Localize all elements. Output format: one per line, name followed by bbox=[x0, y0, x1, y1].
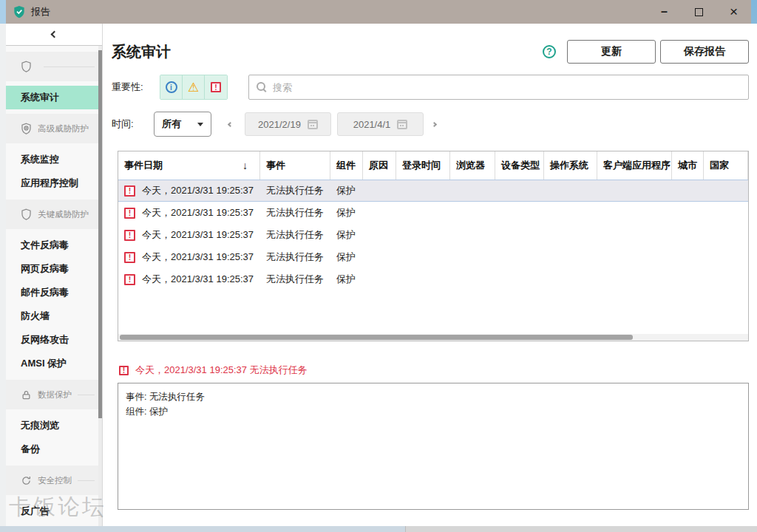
date-from-field[interactable]: 2021/2/19 bbox=[245, 112, 331, 136]
table-row[interactable]: ! 今天，2021/3/31 19:25:37 无法执行任务 保护 bbox=[118, 246, 748, 268]
time-range-value: 所有 bbox=[162, 117, 181, 131]
column-header-login-time[interactable]: 登录时间 bbox=[396, 151, 450, 180]
sidebar-section-label: 关键威胁防护 bbox=[38, 209, 89, 220]
sidebar-item-amsi-protection[interactable]: AMSI 保护 bbox=[6, 352, 102, 375]
sidebar-item-private-browsing[interactable]: 无痕浏览 bbox=[6, 414, 102, 437]
sidebar-item-firewall[interactable]: 防火墙 bbox=[6, 304, 102, 328]
column-label: 组件 bbox=[336, 159, 356, 172]
sidebar-item-system-audit[interactable]: 系统审计 bbox=[6, 86, 102, 109]
date-to-value: 2021/4/1 bbox=[353, 119, 391, 130]
sidebar-item-label: 备份 bbox=[21, 443, 40, 456]
column-header-component[interactable]: 组件 bbox=[330, 151, 363, 180]
refresh-icon bbox=[21, 475, 32, 486]
column-header-event-date[interactable]: 事件日期 ↓ bbox=[118, 151, 260, 180]
sidebar-item-anti-spam[interactable]: 反垃圾邮件 bbox=[6, 523, 102, 526]
app-shield-icon bbox=[13, 5, 25, 18]
severity-filter-critical[interactable]: ! bbox=[205, 75, 227, 99]
sidebar-collapse-button[interactable] bbox=[6, 24, 102, 46]
maximize-icon bbox=[695, 8, 703, 16]
event-cell: 无法执行任务 bbox=[260, 206, 330, 219]
column-header-city[interactable]: 城市 bbox=[672, 151, 704, 180]
sidebar-item-label: 应用程序控制 bbox=[21, 177, 78, 190]
event-date-cell: ! 今天，2021/3/31 19:25:37 bbox=[118, 228, 260, 242]
critical-icon: ! bbox=[124, 252, 135, 263]
search-input[interactable] bbox=[273, 82, 741, 93]
table-row[interactable]: ! 今天，2021/3/31 19:25:37 无法执行任务 保护 bbox=[118, 202, 748, 224]
sidebar-item-network-attack-blocker[interactable]: 反网络攻击 bbox=[6, 328, 102, 352]
section-divider bbox=[44, 66, 95, 67]
column-header-device-type[interactable]: 设备类型 bbox=[495, 151, 544, 180]
column-label: 浏览器 bbox=[456, 159, 485, 172]
minimize-button[interactable]: – bbox=[647, 0, 682, 24]
column-label: 客户端应用程序 bbox=[603, 159, 671, 172]
critical-icon: ! bbox=[124, 274, 135, 285]
component-cell: 保护 bbox=[330, 184, 363, 197]
table-row[interactable]: ! 今天，2021/3/31 19:25:37 无法执行任务 保护 bbox=[118, 268, 748, 290]
sidebar-section-security-controls: 安全控制 bbox=[6, 466, 102, 495]
titlebar[interactable]: 报告 – × bbox=[6, 0, 751, 24]
maximize-button[interactable] bbox=[682, 0, 716, 24]
critical-icon: ! bbox=[119, 366, 129, 375]
critical-icon: ! bbox=[124, 230, 135, 241]
sidebar-item-web-antivirus[interactable]: 网页反病毒 bbox=[6, 257, 102, 281]
sidebar-item-backup[interactable]: 备份 bbox=[6, 437, 102, 461]
close-button[interactable]: × bbox=[716, 0, 751, 24]
sidebar-section-data-protection: 数据保护 bbox=[6, 380, 102, 409]
horizontal-scrollbar[interactable] bbox=[118, 334, 748, 341]
sidebar-section-advanced-threat-protection: 高级威胁防护 bbox=[6, 114, 102, 143]
sidebar-item-label: AMSI 保护 bbox=[21, 357, 67, 370]
detail-summary-text: 今天，2021/3/31 19:25:37 无法执行任务 bbox=[135, 364, 308, 377]
sidebar-item-file-antivirus[interactable]: 文件反病毒 bbox=[6, 233, 102, 257]
detail-panel: 事件: 无法执行任务 组件: 保护 bbox=[118, 383, 749, 510]
detail-line: 事件: 无法执行任务 bbox=[126, 389, 741, 404]
severity-filter-info[interactable]: i bbox=[160, 75, 183, 99]
column-header-browser[interactable]: 浏览器 bbox=[450, 151, 495, 180]
save-report-button[interactable]: 保存报告 bbox=[660, 40, 749, 64]
component-text: 保护 bbox=[336, 273, 356, 286]
search-box bbox=[248, 75, 749, 100]
horizontal-scrollbar-thumb[interactable] bbox=[120, 335, 633, 340]
sidebar-section-essential-threat-protection: 关键威胁防护 bbox=[6, 200, 102, 229]
event-date-cell: ! 今天，2021/3/31 19:25:37 bbox=[118, 206, 260, 219]
column-header-os[interactable]: 操作系统 bbox=[544, 151, 597, 180]
sidebar-item-label: 防火墙 bbox=[21, 310, 50, 323]
critical-icon: ! bbox=[124, 185, 135, 197]
date-to-field[interactable]: 2021/4/1 bbox=[337, 112, 424, 136]
sidebar-item-anti-banner[interactable]: 反广告 bbox=[6, 499, 102, 523]
component-text: 保护 bbox=[336, 228, 356, 242]
column-header-event[interactable]: 事件 bbox=[260, 151, 330, 180]
date-prev-button[interactable] bbox=[226, 123, 234, 126]
sidebar-scrollbar-thumb[interactable] bbox=[98, 50, 102, 418]
event-cell: 无法执行任务 bbox=[260, 184, 330, 197]
event-text: 无法执行任务 bbox=[266, 250, 324, 264]
help-button[interactable]: ? bbox=[543, 45, 556, 58]
sidebar-item-system-monitor[interactable]: 系统监控 bbox=[6, 148, 102, 171]
table-row[interactable]: ! 今天，2021/3/31 19:25:37 无法执行任务 保护 bbox=[118, 224, 748, 246]
page-title: 系统审计 bbox=[112, 42, 171, 62]
sidebar-item-label: 文件反病毒 bbox=[21, 239, 69, 252]
sidebar-item-label: 系统监控 bbox=[21, 153, 59, 166]
update-button[interactable]: 更新 bbox=[567, 40, 656, 64]
shield-icon bbox=[21, 61, 32, 72]
event-date-cell: ! 今天，2021/3/31 19:25:37 bbox=[118, 250, 260, 264]
sidebar-section-label: 高级威胁防护 bbox=[38, 123, 89, 134]
sidebar-nav: 系统审计 高级威胁防护 系统监控 应用程序控制 bbox=[6, 46, 102, 526]
severity-filter-group: i ⚠ ! bbox=[160, 75, 228, 100]
severity-filter-warning[interactable]: ⚠ bbox=[183, 75, 205, 99]
column-header-country[interactable]: 国家 bbox=[704, 151, 748, 180]
column-label: 事件 bbox=[266, 159, 285, 172]
column-header-reason[interactable]: 原因 bbox=[363, 151, 396, 180]
column-header-client-app[interactable]: 客户端应用程序 bbox=[597, 151, 672, 180]
sidebar-item-application-control[interactable]: 应用程序控制 bbox=[6, 171, 102, 195]
sidebar-scrollbar[interactable] bbox=[98, 46, 102, 526]
table-row[interactable]: ! 今天，2021/3/31 19:25:37 无法执行任务 保护 bbox=[118, 180, 748, 202]
help-icon: ? bbox=[546, 47, 551, 57]
sidebar-item-mail-antivirus[interactable]: 邮件反病毒 bbox=[6, 281, 102, 304]
time-range-select[interactable]: 所有 bbox=[154, 112, 211, 137]
component-text: 保护 bbox=[336, 206, 356, 219]
sidebar: 系统审计 高级威胁防护 系统监控 应用程序控制 bbox=[6, 24, 103, 526]
event-text: 无法执行任务 bbox=[266, 206, 324, 219]
main-content: 系统审计 ? 更新 保存报告 重要性: i ⚠ ! bbox=[103, 24, 757, 526]
critical-icon: ! bbox=[124, 208, 135, 219]
date-next-button[interactable] bbox=[430, 123, 438, 126]
